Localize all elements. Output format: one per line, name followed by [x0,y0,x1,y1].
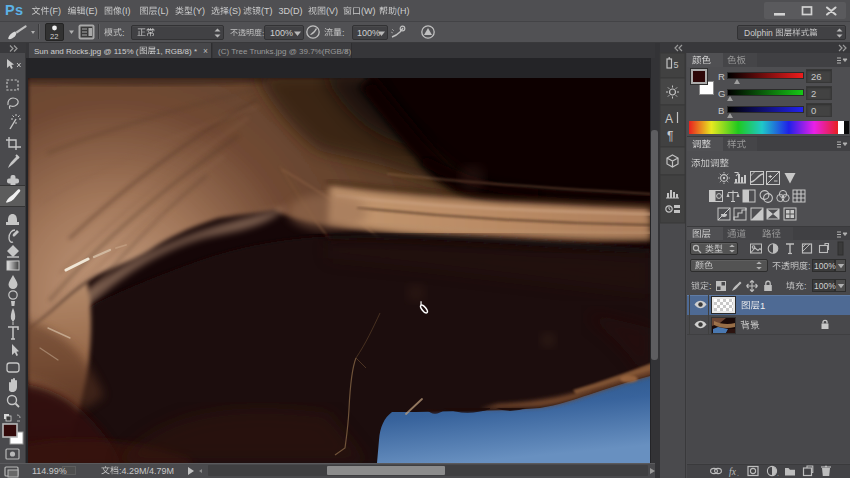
svg-text:fx: fx [729,467,737,477]
svg-text:22: 22 [50,32,58,41]
svg-text:.: . [777,470,779,477]
svg-text:A: A [665,112,673,126]
svg-text:5: 5 [674,60,679,70]
svg-text:¶: ¶ [667,129,673,143]
svg-text:.: . [737,470,739,477]
